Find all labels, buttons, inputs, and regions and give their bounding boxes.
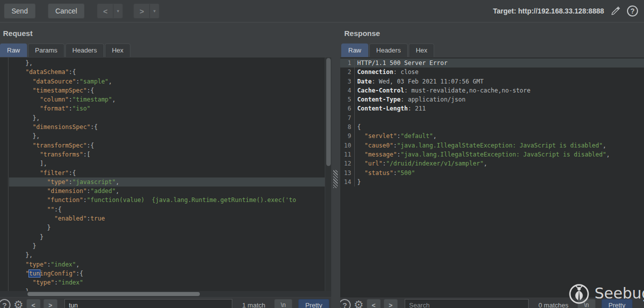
line-number: 5 — [340, 95, 355, 104]
help-icon[interactable]: ? — [627, 6, 638, 16]
code-token: : — [69, 178, 72, 186]
help-icon[interactable]: ? — [0, 299, 10, 308]
code-line: "column":"timestamp", — [9, 95, 325, 104]
code-token: } — [40, 234, 43, 240]
forward-arrow-icon: > — [134, 4, 150, 18]
code-line: }, — [9, 250, 325, 260]
cancel-button[interactable]: Cancel — [48, 4, 85, 18]
splitter-grip-icon[interactable] — [333, 170, 338, 188]
code-token: "" — [47, 206, 54, 213]
code-line: "timestampSpec":{ — [9, 86, 325, 95]
edit-target-icon[interactable] — [610, 6, 621, 16]
regex-newline-toggle[interactable]: \n — [274, 299, 292, 308]
code-token: "type" — [32, 279, 54, 286]
code-token: HTTP/1.1 500 Server Error — [357, 60, 448, 66]
code-token: }, — [25, 252, 32, 258]
code-line: "dimension":"added", — [9, 186, 325, 196]
search-prev-button[interactable]: < — [367, 299, 381, 308]
send-button[interactable]: Send — [4, 4, 35, 18]
help-icon[interactable]: ? — [340, 299, 351, 308]
tab-raw[interactable]: Raw — [0, 44, 27, 57]
response-title: Response — [340, 22, 644, 38]
code-token: "function" — [47, 196, 83, 204]
code-token: , — [108, 78, 112, 85]
line-number: 10 — [340, 141, 355, 150]
panel-splitter[interactable] — [331, 22, 340, 308]
tab-hex[interactable]: Hex — [105, 44, 130, 57]
code-token: :[ — [83, 151, 90, 158]
request-panel: Request Raw Params Headers Hex }, "dataS… — [0, 22, 331, 308]
search-next-button[interactable]: > — [43, 299, 57, 308]
line-number: 12 — [340, 159, 355, 168]
code-line: ], — [9, 159, 325, 168]
tab-raw[interactable]: Raw — [341, 44, 368, 57]
match-count: 0 matches — [539, 299, 569, 308]
search-input[interactable] — [64, 299, 232, 308]
tab-headers[interactable]: Headers — [369, 44, 408, 57]
gear-icon[interactable]: ⚙ — [13, 299, 23, 308]
code-line: "transformSpec":{ — [9, 141, 325, 150]
chevron-down-icon[interactable]: ▼ — [113, 4, 122, 18]
code-token: : must-revalidate,no-cache,no-store — [404, 87, 531, 94]
code-token: :{ — [69, 68, 76, 76]
code-token: }, — [32, 114, 39, 122]
tab-hex[interactable]: Hex — [409, 44, 434, 57]
code-token: , — [112, 96, 115, 103]
code-token: "timestamp" — [72, 96, 112, 103]
code-token: ingConfig" — [40, 270, 76, 277]
search-prev-button[interactable]: < — [26, 299, 40, 308]
code-token: "java.lang.IllegalStateException: JavaSc… — [401, 151, 607, 158]
line-number: 14 — [340, 178, 355, 186]
code-token: "transformSpec" — [32, 142, 86, 149]
response-tabs: Raw Headers Hex — [341, 44, 434, 57]
code-token: "column" — [40, 96, 69, 103]
code-line: 5Content-Type: application/json — [340, 95, 644, 104]
pretty-button[interactable]: Pretty — [298, 299, 329, 308]
code-line: 14} — [340, 178, 644, 186]
code-token: "message" — [364, 151, 397, 158]
code-line: 2Connection: close — [340, 68, 644, 76]
code-token: "iso" — [72, 105, 90, 112]
scrollbar-thumb[interactable] — [326, 58, 331, 166]
code-line: "dimensionsSpec":{ — [9, 122, 325, 132]
request-title: Request — [0, 22, 331, 38]
code-token: Cache-Control — [357, 87, 404, 94]
code-token: "index" — [58, 279, 83, 286]
code-line: "format":"iso" — [9, 104, 325, 113]
code-token: :{ — [54, 206, 61, 213]
code-token: "dataSchema" — [25, 68, 69, 76]
request-vertical-scrollbar[interactable] — [325, 58, 331, 291]
search-input[interactable] — [405, 299, 529, 308]
scrollbar-thumb[interactable] — [27, 292, 200, 296]
code-token: : — [397, 151, 400, 158]
line-number: 4 — [340, 86, 355, 95]
code-line: 9 "servlet":"default", — [340, 132, 644, 140]
request-horizontal-scrollbar[interactable] — [0, 291, 331, 297]
request-editor[interactable]: }, "dataSchema":{ "dataSource":"sample",… — [0, 58, 331, 291]
code-line: "":{ — [9, 205, 325, 214]
request-search-bar: ? ⚙ < > 1 match \n Pretty — [0, 298, 331, 308]
code-token: "dimension" — [47, 188, 86, 194]
code-line: } — [9, 223, 325, 232]
code-line: 12 "url":"/druid/indexer/v1/sampler", — [340, 159, 644, 168]
response-editor[interactable]: 1HTTP/1.1 500 Server Error2Connection: c… — [340, 58, 644, 298]
history-back-button[interactable]: < ▼ — [97, 4, 123, 18]
tab-headers[interactable]: Headers — [65, 44, 104, 57]
match-count: 1 match — [242, 299, 265, 308]
code-token: "status" — [364, 170, 393, 176]
code-token: : Wed, 03 Feb 2021 11:07:56 GMT — [372, 78, 484, 85]
code-line: } — [9, 242, 325, 250]
code-token: : — [47, 261, 50, 268]
gear-icon[interactable]: ⚙ — [354, 299, 364, 308]
code-token: "default" — [401, 132, 433, 140]
chevron-down-icon[interactable]: ▼ — [150, 4, 159, 18]
code-token: : — [383, 160, 386, 167]
tab-params[interactable]: Params — [28, 44, 64, 57]
code-line: } — [9, 287, 325, 291]
code-token: : — [87, 215, 90, 222]
history-forward-button[interactable]: > ▼ — [133, 4, 159, 18]
code-token: { — [357, 124, 361, 130]
search-next-button[interactable]: > — [384, 299, 398, 308]
code-line: 13 "status":"500" — [340, 168, 644, 178]
code-token: "timestampSpec" — [32, 87, 86, 94]
